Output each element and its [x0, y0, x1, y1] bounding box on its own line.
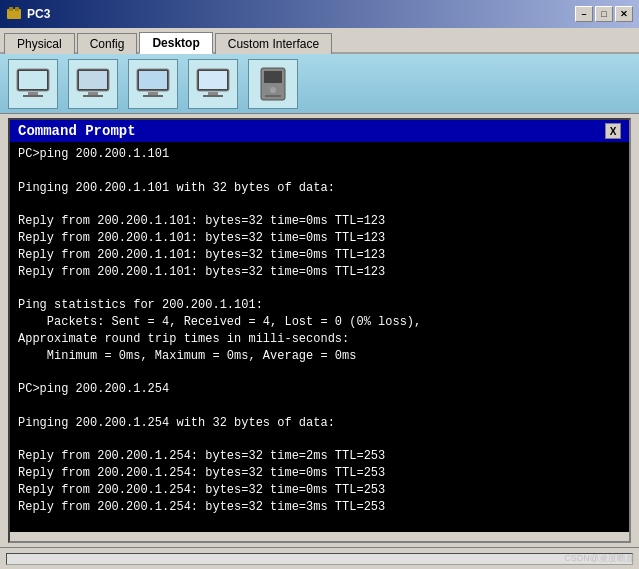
- tab-physical[interactable]: Physical: [4, 33, 75, 54]
- svg-rect-22: [265, 95, 281, 97]
- tab-custom-interface[interactable]: Custom Interface: [215, 33, 332, 54]
- svg-rect-1: [9, 7, 13, 11]
- tab-bar: Physical Config Desktop Custom Interface: [0, 28, 639, 54]
- tab-config[interactable]: Config: [77, 33, 138, 54]
- device-icon-3[interactable]: [128, 59, 178, 109]
- svg-rect-5: [28, 92, 38, 95]
- maximize-button[interactable]: □: [595, 6, 613, 22]
- command-prompt-title: Command Prompt: [18, 123, 136, 139]
- svg-rect-18: [203, 95, 223, 97]
- svg-rect-4: [19, 71, 47, 89]
- svg-rect-12: [139, 71, 167, 89]
- svg-rect-14: [143, 95, 163, 97]
- monitor-icon-4: [195, 66, 231, 102]
- device-icon-1[interactable]: [8, 59, 58, 109]
- monitor-icon-3: [135, 66, 171, 102]
- close-button[interactable]: ✕: [615, 6, 633, 22]
- svg-rect-13: [148, 92, 158, 95]
- command-prompt-close-button[interactable]: X: [605, 123, 621, 139]
- device-icon-5[interactable]: [248, 59, 298, 109]
- device-icon-2[interactable]: [68, 59, 118, 109]
- svg-rect-20: [264, 71, 282, 83]
- minimize-button[interactable]: –: [575, 6, 593, 22]
- svg-rect-2: [15, 7, 19, 11]
- svg-point-21: [270, 87, 276, 93]
- monitor-icon-2: [75, 66, 111, 102]
- svg-rect-17: [208, 92, 218, 95]
- command-prompt-title-bar: Command Prompt X: [10, 120, 629, 142]
- main-content: Command Prompt X PC>ping 200.200.1.101 P…: [0, 54, 639, 569]
- window-icon: [6, 6, 22, 22]
- svg-rect-6: [23, 95, 43, 97]
- svg-rect-16: [199, 71, 227, 89]
- pc-tower-icon: [255, 66, 291, 102]
- command-prompt-container: Command Prompt X PC>ping 200.200.1.101 P…: [8, 118, 631, 543]
- tab-desktop[interactable]: Desktop: [139, 32, 212, 54]
- window-controls: – □ ✕: [575, 6, 633, 22]
- svg-rect-9: [88, 92, 98, 95]
- command-prompt-body[interactable]: PC>ping 200.200.1.101 Pinging 200.200.1.…: [10, 142, 629, 532]
- svg-rect-10: [83, 95, 103, 97]
- title-bar: PC3 – □ ✕: [0, 0, 639, 28]
- horizontal-scrollbar[interactable]: [6, 553, 633, 565]
- status-bar: [0, 547, 639, 569]
- monitor-icon-1: [15, 66, 51, 102]
- window-title: PC3: [27, 7, 50, 21]
- device-icon-4[interactable]: [188, 59, 238, 109]
- watermark: CSDN@凌度断崖: [564, 552, 635, 565]
- icons-bar: [0, 54, 639, 114]
- svg-rect-8: [79, 71, 107, 89]
